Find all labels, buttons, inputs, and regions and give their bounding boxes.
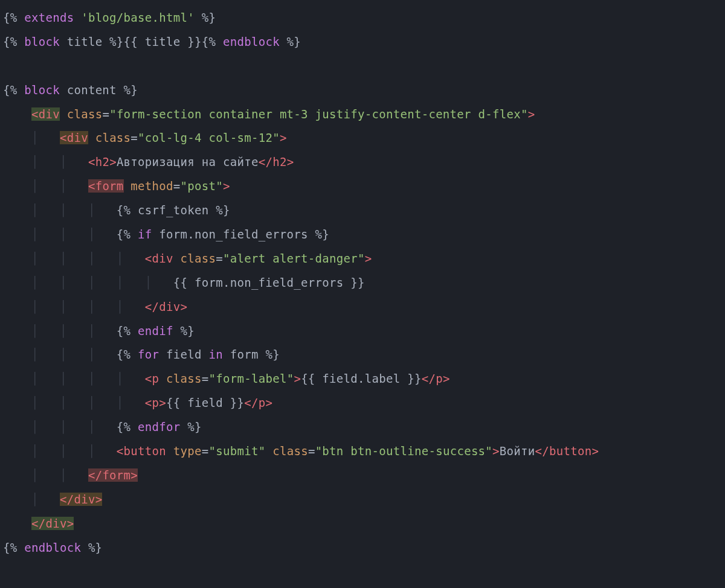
code-line: <div class="form-section container mt-3 … (3, 107, 535, 121)
code-line: │ │ <h2>Авторизация на сайте</h2> (3, 155, 294, 168)
code-line: │ │ </form> (3, 468, 138, 482)
code-line: │ </div> (3, 493, 102, 506)
code-line: │ │ │ │ │ {{ form.non_field_errors }} (3, 276, 365, 289)
code-editor[interactable]: {% extends 'blog/base.html' %} {% block … (3, 6, 722, 560)
code-line: │ │ │ <button type="submit" class="btn b… (3, 444, 599, 458)
code-line: │ │ │ {% if form.non_field_errors %} (3, 228, 329, 241)
code-line: {% extends 'blog/base.html' %} (3, 11, 216, 24)
code-line: {% block title %}{{ title }}{% endblock … (3, 35, 301, 48)
code-line: │ │ │ │ <div class="alert alert-danger"> (3, 252, 372, 265)
code-line: │ │ │ {% for field in form %} (3, 348, 280, 361)
code-line: │ │ │ │ <p>{{ field }}</p> (3, 396, 272, 409)
code-line: │ │ │ │ <p class="form-label">{{ field.l… (3, 372, 450, 385)
code-line: </div> (3, 517, 74, 530)
code-line (3, 59, 10, 72)
code-line: │ │ │ {% endif %} (3, 324, 195, 337)
code-line: │ │ │ {% endfor %} (3, 420, 202, 433)
code-line: {% block content %} (3, 83, 138, 97)
code-line: │ │ <form method="post"> (3, 179, 230, 193)
code-line: │ │ │ │ </div> (3, 300, 187, 313)
code-line: │ │ │ {% csrf_token %} (3, 203, 230, 217)
code-line: {% endblock %} (3, 541, 102, 554)
code-line: │ <div class="col-lg-4 col-sm-12"> (3, 131, 287, 144)
